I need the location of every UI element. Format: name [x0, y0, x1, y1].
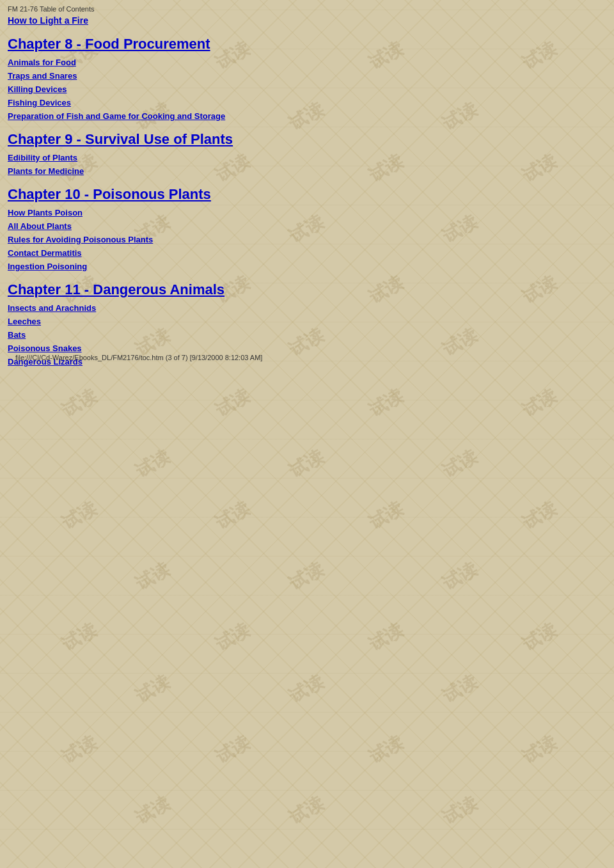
watermark-48: 试读 — [438, 791, 481, 830]
link-how-to-light-fire[interactable]: How to Light a Fire — [8, 15, 88, 26]
watermark-32: 试读 — [131, 557, 174, 596]
watermark-21: 试读 — [58, 383, 100, 422]
status-bar: file:///C|/Cd-Warez/Ebooks_DL/FM2176/toc… — [15, 354, 262, 361]
watermark-31: 试读 — [518, 496, 561, 535]
link-bats[interactable]: Bats — [8, 330, 606, 340]
link-insects-arachnids[interactable]: Insects and Arachnids — [8, 303, 606, 313]
watermark-39: 试读 — [131, 670, 174, 709]
link-chapter9[interactable]: Chapter 9 - Survival Use of Plants — [8, 131, 606, 148]
watermark-30: 试读 — [365, 496, 407, 535]
watermark-42: 试读 — [58, 730, 100, 769]
watermark-25: 试读 — [131, 444, 174, 483]
link-poisonous-snakes[interactable]: Poisonous Snakes — [8, 343, 606, 353]
watermark-33: 试读 — [285, 557, 327, 596]
link-leeches[interactable]: Leeches — [8, 317, 606, 326]
watermark-26: 试读 — [285, 444, 327, 483]
watermark-44: 试读 — [365, 730, 407, 769]
link-chapter10[interactable]: Chapter 10 - Poisonous Plants — [8, 186, 606, 203]
watermark-40: 试读 — [285, 670, 327, 709]
watermark-38: 试读 — [518, 618, 561, 657]
link-edibility[interactable]: Edibility of Plants — [8, 153, 606, 162]
watermark-45: 试读 — [518, 730, 561, 769]
watermark-34: 试读 — [438, 557, 481, 596]
watermark-28: 试读 — [58, 496, 100, 535]
link-chapter11[interactable]: Chapter 11 - Dangerous Animals — [8, 281, 606, 298]
watermark-22: 试读 — [211, 383, 254, 422]
watermark-41: 试读 — [438, 670, 481, 709]
watermark-47: 试读 — [285, 791, 327, 830]
watermark-29: 试读 — [211, 496, 254, 535]
watermark-27: 试读 — [438, 444, 481, 483]
link-rules-avoiding[interactable]: Rules for Avoiding Poisonous Plants — [8, 235, 606, 244]
link-plants-medicine[interactable]: Plants for Medicine — [8, 166, 606, 176]
link-killing-devices[interactable]: Killing Devices — [8, 84, 606, 94]
link-chapter8[interactable]: Chapter 8 - Food Procurement — [8, 36, 606, 52]
link-how-plants-poison[interactable]: How Plants Poison — [8, 208, 606, 217]
link-animals-for-food[interactable]: Animals for Food — [8, 58, 606, 67]
link-ingestion-poisoning[interactable]: Ingestion Poisoning — [8, 262, 606, 271]
link-fishing-devices[interactable]: Fishing Devices — [8, 98, 606, 107]
watermark-37: 试读 — [365, 618, 407, 657]
watermark-23: 试读 — [365, 383, 407, 422]
watermark-46: 试读 — [131, 791, 174, 830]
watermark-36: 试读 — [211, 618, 254, 657]
link-traps-and-snares[interactable]: Traps and Snares — [8, 71, 606, 81]
watermark-24: 试读 — [518, 383, 561, 422]
watermark-35: 试读 — [58, 618, 100, 657]
page-title: FM 21-76 Table of Contents — [8, 5, 606, 13]
link-preparation[interactable]: Preparation of Fish and Game for Cooking… — [8, 111, 606, 121]
link-all-about-plants[interactable]: All About Plants — [8, 221, 606, 231]
link-contact-dermatitis[interactable]: Contact Dermatitis — [8, 248, 606, 258]
watermark-43: 试读 — [211, 730, 254, 769]
